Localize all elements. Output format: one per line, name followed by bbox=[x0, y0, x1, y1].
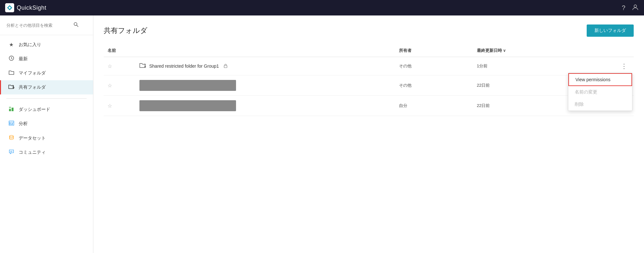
actions-cell: ⋮ bbox=[614, 57, 634, 75]
sidebar-item-datasets[interactable]: データセット bbox=[0, 131, 93, 145]
analysis-icon bbox=[8, 121, 15, 127]
sidebar-item-label: 最新 bbox=[19, 56, 28, 62]
name-col: Shared restricted folder for Group1 bbox=[139, 63, 391, 70]
community-icon bbox=[8, 149, 15, 156]
sidebar-item-shared-folder[interactable]: 共有フォルダ bbox=[0, 80, 93, 94]
sidebar-item-dashboards[interactable]: ダッシュボード bbox=[0, 102, 93, 117]
shared-folder-item-icon bbox=[139, 63, 146, 70]
sidebar-divider bbox=[6, 98, 87, 99]
quicksight-logo bbox=[5, 3, 14, 12]
user-icon[interactable] bbox=[632, 4, 639, 12]
context-menu: View permissions 名前の変更 削除 bbox=[568, 73, 632, 111]
star-cell: ☆ bbox=[104, 57, 136, 75]
svg-rect-17 bbox=[12, 123, 13, 125]
star-icon: ★ bbox=[8, 42, 15, 48]
page-title: 共有フォルダ bbox=[104, 26, 147, 35]
svg-rect-23 bbox=[224, 65, 227, 68]
content-area: 共有フォルダ 新しいフォルダ 名前 所有者 最終更新日時 ∨ bbox=[93, 15, 644, 253]
new-folder-button[interactable]: 新しいフォルダ bbox=[587, 24, 634, 37]
col-header-lastmod[interactable]: 最終更新日時 ∨ bbox=[473, 44, 614, 57]
sidebar-item-recent[interactable]: 最新 bbox=[0, 52, 93, 66]
sidebar-item-my-folder[interactable]: マイフォルダ bbox=[0, 66, 93, 80]
name-cell-blurred bbox=[136, 96, 395, 116]
svg-line-7 bbox=[11, 58, 12, 59]
sidebar-item-label: お気に入り bbox=[19, 42, 41, 48]
sidebar: ★ お気に入り 最新 マイフォルダ bbox=[0, 15, 93, 253]
file-name[interactable]: Shared restricted folder for Group1 bbox=[149, 63, 219, 69]
svg-point-3 bbox=[74, 23, 77, 25]
svg-point-18 bbox=[9, 135, 13, 137]
star-cell: ☆ bbox=[104, 96, 136, 116]
table-header-row: 名前 所有者 最終更新日時 ∨ bbox=[104, 44, 634, 57]
sidebar-item-label: コミュニティ bbox=[19, 150, 46, 155]
context-menu-item-delete: 削除 bbox=[568, 98, 632, 111]
sidebar-item-community[interactable]: コミュニティ bbox=[0, 145, 93, 160]
folder-icon bbox=[8, 70, 15, 76]
help-icon[interactable]: ? bbox=[622, 4, 625, 12]
owner-cell: 自分 bbox=[395, 96, 473, 116]
topbar-right: ? bbox=[622, 4, 639, 12]
name-cell-blurred bbox=[136, 75, 395, 96]
shared-folder-icon bbox=[8, 84, 15, 91]
favorite-star-icon[interactable]: ☆ bbox=[108, 63, 112, 69]
svg-rect-12 bbox=[9, 107, 11, 108]
file-table: 名前 所有者 最終更新日時 ∨ ☆ bbox=[104, 44, 634, 116]
sidebar-item-label: ダッシュボード bbox=[19, 107, 50, 112]
svg-line-9 bbox=[13, 87, 13, 88]
sidebar-item-label: データセット bbox=[19, 135, 46, 141]
search-container bbox=[0, 22, 93, 35]
svg-rect-11 bbox=[12, 108, 14, 111]
svg-rect-16 bbox=[11, 123, 12, 125]
sidebar-item-favorites[interactable]: ★ お気に入り bbox=[0, 38, 93, 52]
star-cell: ☆ bbox=[104, 75, 136, 96]
dashboard-icon bbox=[8, 106, 15, 113]
sort-icon: ∨ bbox=[503, 48, 506, 53]
table-row: ☆ その他 22日前 bbox=[104, 75, 634, 96]
svg-rect-10 bbox=[9, 109, 11, 111]
content-header: 共有フォルダ 新しいフォルダ bbox=[104, 24, 634, 37]
sidebar-item-label: 共有フォルダ bbox=[19, 84, 46, 90]
svg-line-4 bbox=[77, 25, 78, 27]
lock-icon bbox=[223, 63, 228, 69]
owner-cell: その他 bbox=[395, 57, 473, 75]
table-row: ☆ 自分 22日前 bbox=[104, 96, 634, 116]
topbar: QuickSight ? bbox=[0, 0, 644, 15]
favorite-star-icon[interactable]: ☆ bbox=[108, 83, 112, 88]
svg-rect-15 bbox=[10, 123, 10, 125]
context-menu-item-view-permissions[interactable]: View permissions bbox=[568, 73, 632, 86]
col-header-actions bbox=[614, 44, 634, 57]
search-icon[interactable] bbox=[73, 22, 79, 28]
owner-cell: その他 bbox=[395, 75, 473, 96]
table-row: ☆ Shared re bbox=[104, 57, 634, 75]
dataset-icon bbox=[8, 135, 15, 141]
col-header-name: 名前 bbox=[104, 44, 395, 57]
favorite-star-icon[interactable]: ☆ bbox=[108, 103, 112, 109]
sidebar-item-label: マイフォルダ bbox=[19, 70, 46, 76]
sidebar-item-label: 分析 bbox=[19, 121, 28, 127]
clock-icon bbox=[8, 55, 15, 62]
search-input[interactable] bbox=[6, 23, 71, 28]
svg-line-22 bbox=[145, 66, 145, 66]
blurred-name bbox=[139, 100, 236, 111]
col-header-owner: 所有者 bbox=[395, 44, 473, 57]
svg-point-2 bbox=[634, 5, 637, 7]
main-layout: ★ お気に入り 最新 マイフォルダ bbox=[0, 15, 644, 253]
lastmod-cell: 1分前 bbox=[473, 57, 614, 75]
name-cell: Shared restricted folder for Group1 bbox=[136, 57, 395, 75]
context-menu-item-rename: 名前の変更 bbox=[568, 86, 632, 98]
more-actions-button[interactable]: ⋮ bbox=[618, 62, 630, 71]
blurred-name bbox=[139, 80, 236, 91]
sidebar-item-analyses[interactable]: 分析 bbox=[0, 117, 93, 131]
app-title: QuickSight bbox=[17, 5, 46, 11]
topbar-left: QuickSight bbox=[5, 3, 46, 12]
